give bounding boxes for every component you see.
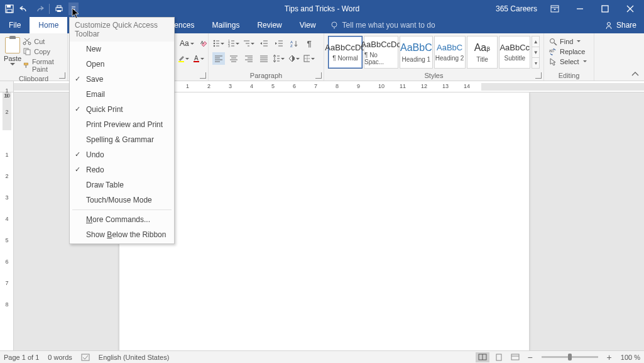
style--no-spac-[interactable]: AaBbCcDd¶ No Spac... bbox=[364, 36, 398, 69]
bullets-icon bbox=[213, 40, 219, 47]
lightbulb-icon bbox=[330, 21, 339, 30]
view-print-layout[interactable] bbox=[492, 352, 506, 362]
find-button[interactable]: Find bbox=[548, 37, 590, 46]
vertical-ruler[interactable]: 1212345678910 bbox=[0, 92, 14, 350]
borders-icon bbox=[303, 55, 310, 62]
align-center-button[interactable] bbox=[227, 52, 240, 65]
increase-indent-button[interactable] bbox=[273, 37, 285, 50]
menu-show-below[interactable]: Show Below the Ribbon bbox=[70, 227, 174, 242]
svg-point-32 bbox=[214, 45, 216, 47]
line-spacing-icon bbox=[273, 55, 280, 62]
styles-dialog-launcher[interactable] bbox=[535, 72, 542, 79]
style-title[interactable]: AaᵦTitle bbox=[467, 36, 498, 69]
shading-button[interactable] bbox=[288, 52, 300, 65]
qat-customize-button[interactable] bbox=[68, 3, 79, 15]
multilevel-button[interactable] bbox=[243, 37, 255, 50]
zoom-level[interactable]: 100 % bbox=[621, 354, 640, 361]
change-case-button[interactable]: Aa bbox=[177, 37, 197, 50]
account-name[interactable]: 365 Careers bbox=[496, 4, 537, 13]
menu-item-email[interactable]: Email bbox=[70, 87, 174, 102]
style-subtitle[interactable]: AaBbCcSubtitle bbox=[499, 36, 530, 69]
styles-gallery-more[interactable]: ▲▼▾ bbox=[532, 36, 540, 69]
menu-item-undo[interactable]: Undo bbox=[70, 147, 174, 162]
numbering-button[interactable]: 123 bbox=[227, 37, 240, 50]
zoom-out-button[interactable]: − bbox=[527, 352, 532, 362]
tab-mailings[interactable]: Mailings bbox=[203, 17, 248, 33]
select-button[interactable]: Select bbox=[548, 57, 590, 66]
bullets-button[interactable] bbox=[212, 37, 225, 50]
group-font-partial: Aa A A bbox=[173, 33, 209, 81]
font-color-button[interactable]: A bbox=[192, 52, 205, 65]
justify-button[interactable] bbox=[258, 52, 270, 65]
menu-item-save[interactable]: Save bbox=[70, 72, 174, 87]
cut-button[interactable]: Cut bbox=[21, 37, 63, 46]
maximize-button[interactable] bbox=[594, 0, 616, 17]
font-dialog-launcher[interactable] bbox=[200, 72, 206, 79]
qat-customize-menu: Customize Quick Access Toolbar NewOpenSa… bbox=[69, 17, 175, 244]
format-painter-button[interactable]: Format Paint bbox=[21, 57, 63, 74]
borders-button[interactable] bbox=[303, 52, 315, 65]
clipboard-dialog-launcher[interactable] bbox=[59, 72, 65, 79]
align-right-icon bbox=[244, 55, 253, 62]
decrease-indent-button[interactable] bbox=[258, 37, 270, 50]
ribbon-options-icon[interactable] bbox=[543, 0, 566, 17]
status-words[interactable]: 0 words bbox=[48, 354, 72, 361]
menu-item-open[interactable]: Open bbox=[70, 57, 174, 72]
indent-icon bbox=[275, 40, 283, 47]
menu-item-quick-print[interactable]: Quick Print bbox=[70, 102, 174, 117]
quick-print-icon[interactable] bbox=[53, 3, 65, 14]
font-color-icon: A bbox=[193, 55, 199, 62]
copy-button[interactable]: Copy bbox=[21, 47, 63, 56]
paragraph-dialog-launcher[interactable] bbox=[315, 72, 322, 79]
highlight-button[interactable] bbox=[177, 52, 190, 65]
collapse-ribbon-button[interactable] bbox=[631, 72, 639, 77]
multilevel-icon bbox=[243, 40, 249, 47]
sort-button[interactable]: AZ bbox=[288, 37, 300, 50]
replace-button[interactable]: abReplace bbox=[548, 47, 590, 56]
tab-file[interactable]: File bbox=[0, 17, 30, 33]
style-heading-2[interactable]: AaBbCHeading 2 bbox=[434, 36, 466, 69]
tab-review[interactable]: Review bbox=[248, 17, 290, 33]
clear-formatting-button[interactable]: A bbox=[199, 37, 209, 50]
style-heading-1[interactable]: AaBbCHeading 1 bbox=[400, 36, 433, 69]
align-left-button[interactable] bbox=[212, 52, 225, 65]
show-marks-button[interactable]: ¶ bbox=[303, 37, 315, 50]
share-button[interactable]: Share bbox=[597, 17, 644, 33]
menu-item-spelling-grammar[interactable]: Spelling & Grammar bbox=[70, 132, 174, 147]
menu-more-commands[interactable]: More Commands... bbox=[70, 212, 174, 227]
undo-icon[interactable] bbox=[19, 3, 30, 14]
numbering-icon: 123 bbox=[228, 40, 234, 47]
menu-item-touch-mouse-mode[interactable]: Touch/Mouse Mode bbox=[70, 193, 174, 208]
page[interactable] bbox=[119, 92, 529, 350]
menu-item-print-preview-and-print[interactable]: Print Preview and Print bbox=[70, 117, 174, 132]
paste-button[interactable]: Paste bbox=[4, 36, 21, 74]
svg-line-74 bbox=[554, 43, 557, 45]
view-read-mode[interactable] bbox=[476, 352, 489, 362]
title-bar: Tips and Tricks - Word 365 Careers bbox=[0, 0, 644, 17]
tab-view[interactable]: View bbox=[291, 17, 325, 33]
tab-references[interactable]: ences bbox=[172, 17, 203, 33]
zoom-slider[interactable] bbox=[542, 356, 598, 358]
style--normal[interactable]: AaBbCcDd¶ Normal bbox=[328, 36, 363, 69]
svg-rect-5 bbox=[57, 10, 61, 12]
status-page[interactable]: Page 1 of 1 bbox=[4, 354, 39, 361]
status-language[interactable]: English (United States) bbox=[99, 354, 170, 361]
view-web-layout[interactable] bbox=[508, 352, 522, 362]
tab-home[interactable]: Home bbox=[30, 17, 67, 33]
minimize-button[interactable] bbox=[569, 0, 591, 17]
tell-me-search[interactable]: Tell me what you want to do bbox=[330, 17, 435, 33]
close-button[interactable] bbox=[619, 0, 641, 17]
svg-point-13 bbox=[332, 22, 337, 27]
save-icon[interactable] bbox=[4, 3, 15, 14]
menu-item-redo[interactable]: Redo bbox=[70, 162, 174, 177]
align-right-button[interactable] bbox=[243, 52, 255, 65]
highlight-icon bbox=[178, 55, 184, 62]
menu-item-new[interactable]: New bbox=[70, 42, 174, 57]
svg-rect-4 bbox=[57, 6, 61, 8]
copy-icon bbox=[23, 48, 31, 55]
menu-item-draw-table[interactable]: Draw Table bbox=[70, 177, 174, 193]
line-spacing-button[interactable] bbox=[273, 52, 285, 65]
spellcheck-icon[interactable] bbox=[81, 354, 90, 361]
zoom-in-button[interactable]: + bbox=[607, 352, 612, 362]
redo-icon[interactable] bbox=[34, 3, 45, 14]
